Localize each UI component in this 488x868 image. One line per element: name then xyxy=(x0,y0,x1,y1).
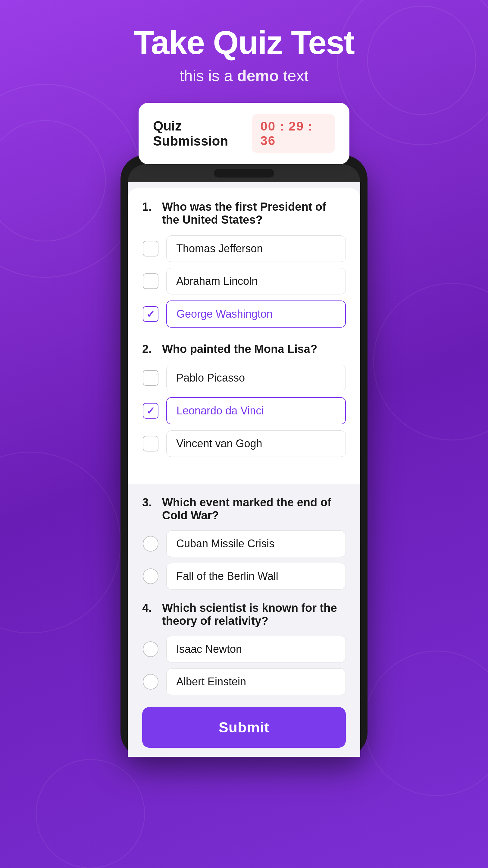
option-row[interactable]: Cuban Missile Crisis xyxy=(142,530,346,557)
svg-point-6 xyxy=(364,651,488,796)
question-1: 1. Who was the first President of the Un… xyxy=(142,200,346,328)
question-2: 2. Who painted the Mona Lisa? Pablo Pica… xyxy=(142,343,346,457)
question-4: 4. Which scientist is known for the theo… xyxy=(142,601,346,695)
option-label-selected: Leonardo da Vinci xyxy=(166,397,346,424)
svg-point-4 xyxy=(373,283,488,440)
svg-point-1 xyxy=(367,6,476,115)
option-label: Vincent van Gogh xyxy=(166,430,346,457)
radio-unchecked xyxy=(143,674,158,689)
checkbox-george-washington[interactable] xyxy=(142,306,159,322)
checkbox-leonardo-da-vinci[interactable] xyxy=(142,402,159,419)
option-label: Fall of the Berlin Wall xyxy=(166,563,346,590)
radio-cuban-missile-crisis[interactable] xyxy=(142,535,159,552)
checkbox-unchecked xyxy=(143,370,158,386)
checkbox-abraham-lincoln[interactable] xyxy=(142,273,159,290)
option-row[interactable]: Abraham Lincoln xyxy=(142,268,346,294)
question-2-text: 2. Who painted the Mona Lisa? xyxy=(142,343,346,355)
option-row[interactable]: Albert Einstein xyxy=(142,669,346,695)
option-row[interactable]: George Washington xyxy=(142,301,346,328)
phone-frame: 1. Who was the first President of the Un… xyxy=(121,155,367,757)
option-row[interactable]: Fall of the Berlin Wall xyxy=(142,563,346,590)
option-label: Thomas Jefferson xyxy=(166,236,346,262)
svg-point-3 xyxy=(0,121,105,241)
svg-point-5 xyxy=(0,452,121,633)
page-subtitle: this is a demo text xyxy=(134,67,354,85)
svg-point-7 xyxy=(36,760,144,868)
radio-isaac-newton[interactable] xyxy=(142,641,159,658)
radio-unchecked xyxy=(143,641,158,657)
checkbox-thomas-jefferson[interactable] xyxy=(142,240,159,257)
radio-unchecked xyxy=(143,536,158,552)
option-row[interactable]: Thomas Jefferson xyxy=(142,236,346,262)
quiz-timer: 00 : 29 : 36 xyxy=(252,114,335,153)
page-title: Take Quiz Test xyxy=(134,24,354,61)
radio-fall-berlin-wall[interactable] xyxy=(142,568,159,585)
question-3: 3. Which event marked the end of Cold Wa… xyxy=(142,496,346,590)
checkbox-unchecked xyxy=(143,241,158,256)
radio-albert-einstein[interactable] xyxy=(142,673,159,690)
option-label-selected: George Washington xyxy=(166,301,346,328)
option-label: Pablo Picasso xyxy=(166,365,346,391)
checkbox-vincent-van-gogh[interactable] xyxy=(142,435,159,452)
questions-white-section: 1. Who was the first President of the Un… xyxy=(128,188,360,484)
checkbox-checked xyxy=(143,403,158,418)
option-row[interactable]: Leonardo da Vinci xyxy=(142,397,346,424)
phone-notch xyxy=(214,169,274,178)
questions-gray-section: 3. Which event marked the end of Cold Wa… xyxy=(128,484,360,757)
phone-mockup: Quiz Submission 00 : 29 : 36 1. Who was … xyxy=(121,103,367,757)
checkbox-unchecked xyxy=(143,436,158,452)
question-4-text: 4. Which scientist is known for the theo… xyxy=(142,601,346,627)
quiz-submission-title: Quiz Submission xyxy=(153,119,252,149)
option-row[interactable]: Vincent van Gogh xyxy=(142,430,346,457)
submit-button[interactable]: Submit xyxy=(142,707,346,748)
quiz-header-card: Quiz Submission 00 : 29 : 36 xyxy=(138,103,350,164)
option-label: Abraham Lincoln xyxy=(166,268,346,294)
option-label: Cuban Missile Crisis xyxy=(166,530,346,557)
question-1-text: 1. Who was the first President of the Un… xyxy=(142,200,346,226)
question-3-text: 3. Which event marked the end of Cold Wa… xyxy=(142,496,346,522)
option-label: Albert Einstein xyxy=(166,669,346,695)
checkbox-checked xyxy=(143,306,158,322)
option-row[interactable]: Isaac Newton xyxy=(142,636,346,662)
checkbox-unchecked xyxy=(143,273,158,289)
option-label: Isaac Newton xyxy=(166,636,346,662)
phone-top-bar xyxy=(128,164,360,182)
phone-screen: 1. Who was the first President of the Un… xyxy=(128,182,360,757)
radio-unchecked xyxy=(143,568,158,584)
option-row[interactable]: Pablo Picasso xyxy=(142,365,346,391)
checkbox-pablo-picasso[interactable] xyxy=(142,370,159,386)
